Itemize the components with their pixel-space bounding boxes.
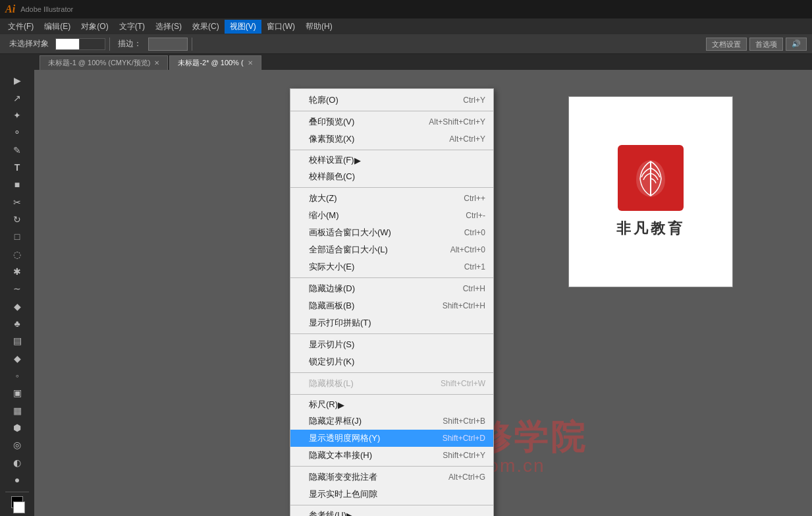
preferences-button[interactable]: 首选项 (749, 38, 783, 51)
tool-free-transform[interactable]: ∼ (5, 281, 29, 297)
tool-lasso[interactable]: ⚬ (5, 125, 29, 140)
menu-show-print-label: 显示打印拼贴(T) (309, 317, 371, 329)
sep-4 (290, 277, 493, 278)
tab-1[interactable]: 未标题-1 @ 100% (CMYK/预览) ✕ (40, 55, 168, 70)
menu-rulers[interactable]: 标尺(R) ▶ (290, 397, 493, 413)
logo-icon (618, 145, 684, 211)
menu-hide-gradient-label: 隐藏渐变变批注者 (309, 471, 377, 483)
menu-hide-gradient[interactable]: 隐藏渐变变批注者 Alt+Ctrl+G (290, 469, 493, 486)
menu-select[interactable]: 选择(S) (150, 20, 187, 34)
menu-hide-bounding-box[interactable]: 隐藏定界框(J) Shift+Ctrl+B (290, 413, 493, 430)
tab-1-close[interactable]: ✕ (154, 59, 159, 67)
menu-overprint[interactable]: 叠印预览(V) Alt+Shift+Ctrl+Y (290, 113, 493, 130)
fill-swatch[interactable] (13, 502, 25, 513)
menu-actual-size-shortcut: Ctrl+1 (451, 262, 485, 272)
tool-type[interactable]: T (5, 159, 29, 175)
menu-zoom-out[interactable]: 缩小(M) Ctrl+- (290, 207, 493, 224)
menu-hide-artboards[interactable]: 隐藏画板(B) Shift+Ctrl+H (290, 297, 493, 314)
tool-direct-select[interactable]: ↗ (5, 90, 29, 105)
tool-scale[interactable]: □ (5, 229, 29, 244)
tool-warp[interactable]: ◌ (5, 246, 29, 262)
tool-gradient[interactable]: ▤ (5, 333, 29, 349)
app-title: Adobe Illustrator (20, 5, 73, 13)
brand-icon (631, 155, 670, 201)
menu-live-paint[interactable]: 显示实时上色间隙 (290, 486, 493, 503)
tool-pen[interactable]: ✎ (5, 142, 29, 158)
menu-actual-size[interactable]: 实际大小(E) Ctrl+1 (290, 258, 493, 275)
menu-overprint-label: 叠印预览(V) (309, 116, 354, 128)
tool-scissors[interactable]: ✂ (5, 194, 29, 210)
menu-hide-edges[interactable]: 隐藏边缘(D) Ctrl+H (290, 280, 493, 297)
tool-sep (5, 492, 29, 492)
menu-hide-template[interactable]: 隐藏模板(L) Shift+Ctrl+W (290, 375, 493, 392)
menu-fit-artboard-label: 画板适合窗口大小(W) (309, 227, 391, 239)
app-logo: Ai (5, 3, 15, 15)
menu-effect[interactable]: 效果(C) (187, 20, 225, 34)
menu-rulers-label: 标尺(R) (309, 399, 338, 411)
menu-lock-slices[interactable]: 锁定切片(K) (290, 353, 493, 370)
rulers-arrow: ▶ (338, 400, 344, 410)
menu-zoom-out-label: 缩小(M) (309, 210, 339, 221)
tool-eyedropper[interactable]: ◆ (5, 351, 29, 366)
menu-show-transparency[interactable]: 显示透明度网格(Y) Shift+Ctrl+D (290, 430, 493, 447)
menu-fit-all[interactable]: 全部适合窗口大小(L) Alt+Ctrl+0 (290, 241, 493, 258)
menu-window[interactable]: 窗口(W) (261, 20, 300, 34)
tool-shape-builder[interactable]: ◆ (5, 298, 29, 314)
sep-5 (290, 333, 493, 334)
toolbar: 未选择对象 描边： 文档设置 首选项 🔊 (0, 34, 812, 54)
menu-hide-bounding-shortcut: Shift+Ctrl+B (429, 416, 485, 426)
menu-zoom-out-shortcut: Ctrl+- (452, 211, 485, 220)
menu-zoom-in[interactable]: 放大(Z) Ctrl++ (290, 190, 493, 207)
menu-outline[interactable]: 轮廓(O) Ctrl+Y (290, 92, 493, 109)
menu-help[interactable]: 帮助(H) (300, 20, 338, 34)
tool-width[interactable]: ✱ (5, 264, 29, 279)
sep2 (192, 38, 192, 51)
tab-1-label: 未标题-1 @ 100% (CMYK/预览) (48, 58, 150, 68)
fill-box[interactable] (55, 38, 82, 50)
menu-guides[interactable]: 参考线(U) ▶ (290, 507, 493, 516)
menu-pixel[interactable]: 像素预览(X) Alt+Ctrl+Y (290, 130, 493, 148)
tool-hand[interactable]: ● (5, 472, 29, 488)
menu-hide-artboards-label: 隐藏画板(B) (309, 300, 354, 312)
menu-zoom-in-shortcut: Ctrl++ (450, 194, 485, 203)
tool-column-graph[interactable]: ▦ (5, 403, 29, 418)
menu-edit[interactable]: 编辑(E) (39, 20, 76, 34)
title-bar: Ai Adobe Illustrator (0, 0, 812, 18)
color-tools (9, 496, 25, 513)
tab-2-close[interactable]: ✕ (248, 59, 253, 67)
stroke-box[interactable] (79, 38, 105, 50)
speaker-button[interactable]: 🔊 (786, 38, 807, 51)
tool-rect[interactable]: ■ (5, 177, 29, 192)
menu-hide-text-threads[interactable]: 隐藏文本串接(H) Shift+Ctrl+Y (290, 447, 493, 464)
tool-paint-bucket[interactable]: ♣ (5, 316, 29, 331)
tool-zoom[interactable]: ◐ (5, 455, 29, 471)
menu-hide-text-shortcut: Shift+Ctrl+Y (429, 451, 485, 460)
stroke-value-box[interactable] (148, 38, 188, 51)
menu-fit-artboard[interactable]: 画板适合窗口大小(W) Ctrl+0 (290, 224, 493, 241)
stroke-label: 描边： (114, 37, 146, 51)
menu-proof-colors[interactable]: 校样颜色(C) (290, 168, 493, 185)
tool-rotate[interactable]: ↻ (5, 212, 29, 227)
menu-hide-edges-label: 隐藏边缘(D) (309, 283, 355, 295)
tool-blend[interactable]: ◦ (5, 368, 29, 384)
tool-symbol[interactable]: ▣ (5, 385, 29, 401)
main-area: ▶ ↗ ✦ ⚬ ✎ T ■ ✂ ↻ □ ◌ ✱ ∼ ◆ ♣ ▤ ◆ ◦ ▣ ▦ … (0, 70, 812, 516)
menu-outline-label: 轮廓(O) (309, 94, 338, 106)
menu-show-slices[interactable]: 显示切片(S) (290, 336, 493, 353)
menu-text[interactable]: 文字(T) (114, 20, 150, 34)
tool-artboard[interactable]: ⬢ (5, 420, 29, 436)
logo-card: 非凡教育 (568, 96, 733, 287)
tool-select[interactable]: ▶ (5, 72, 29, 88)
sep-8 (290, 466, 493, 467)
tool-magic-wand[interactable]: ✦ (5, 107, 29, 123)
tab-2[interactable]: 未标题-2* @ 100% ( ✕ (169, 55, 261, 70)
guides-arrow: ▶ (346, 511, 353, 517)
doc-settings-button[interactable]: 文档设置 (706, 38, 747, 51)
menu-proof-setup[interactable]: 校样设置(F) ▶ (290, 152, 493, 168)
tool-slice[interactable]: ◎ (5, 437, 29, 453)
logo-company-name: 非凡教育 (616, 219, 685, 239)
menu-file[interactable]: 文件(F) (3, 20, 39, 34)
menu-view[interactable]: 视图(V) (225, 20, 261, 34)
menu-object[interactable]: 对象(O) (76, 20, 113, 34)
menu-show-print[interactable]: 显示打印拼贴(T) (290, 314, 493, 331)
